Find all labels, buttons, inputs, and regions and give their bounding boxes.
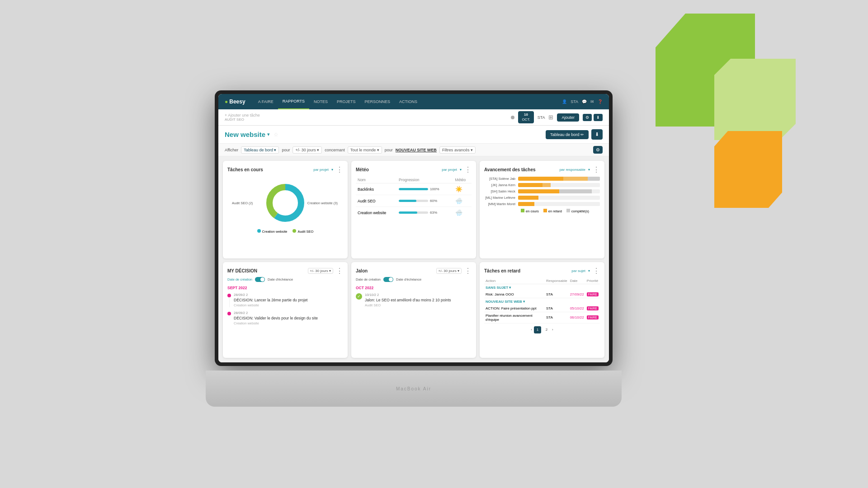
jalon-toggle-echeance-label: Date d'échéance: [396, 277, 421, 282]
nav-menu: A FAIRE RAPPORTS NOTES PROJETS PERSONNES…: [254, 94, 562, 109]
svg-point-2: [275, 192, 296, 213]
gantt-row-5: [MM] Martin Morel: [484, 202, 600, 206]
toolbar-action-icons: ⚙ ⬇: [583, 114, 603, 121]
retard-card-title: Tâches en retard: [484, 268, 520, 273]
tasks-card: Tâches en cours par projet ▾ ⋮ Audit SEO…: [223, 161, 348, 258]
jalon-card-title: Jalon: [356, 268, 368, 273]
filter-who-select[interactable]: Tout le monde ▾: [348, 146, 382, 154]
retard-row-3: Planifier réunion avancement d'équipe ST…: [484, 312, 600, 323]
app-logo: ●Beesy: [225, 99, 245, 105]
mail-icon: ✉: [590, 99, 594, 104]
avancement-card-title: Avancement des tâches: [484, 167, 536, 172]
page-star[interactable]: ☆: [274, 131, 278, 138]
tasks-menu-icon[interactable]: ⋮: [336, 165, 343, 174]
retard-row-2: ACTION: Faire présentation ppt STA 05/10…: [484, 305, 600, 312]
dashboard-button[interactable]: Tableau de bord ✏: [546, 130, 589, 139]
nav-item-notes[interactable]: NOTES: [309, 94, 332, 109]
filter-period-select[interactable]: +/- 30 jours ▾: [292, 146, 322, 154]
filter-pour-label: pour: [282, 148, 290, 152]
donut-audit-label: Audit SEO (2): [232, 201, 253, 205]
decision-item-1: 28/09/2 2 DÉCISION: Lancer la 2ème parti…: [227, 293, 343, 307]
nav-item-afaire[interactable]: A FAIRE: [254, 94, 278, 109]
meteo-row-auditseo: Audit SEO 60%: [356, 195, 472, 207]
decision-toggle-creation-label: Date de création: [227, 277, 252, 282]
jalon-period-select[interactable]: +/- 30 jours ▾: [436, 268, 462, 274]
page-header: New website ▾ ☆ Tableau de bord ✏ ⬇: [218, 126, 609, 144]
filter-pour2-label: pour: [385, 148, 393, 152]
meteo-row-backlinks: Backlinks 100%: [356, 183, 472, 195]
meteo-card-title: Météo: [356, 167, 369, 172]
user-badge: STA: [538, 115, 545, 120]
jalon-menu-icon[interactable]: ⋮: [464, 267, 472, 275]
help-icon: ❓: [598, 99, 603, 104]
chat-icon: 💬: [582, 99, 587, 104]
avancement-filter-arrow[interactable]: ▾: [588, 168, 590, 172]
meteo-row-creation: Creation website 63%: [356, 207, 472, 219]
gantt-row-4: [ML] Marine Lefèvre: [484, 196, 600, 200]
decision-card: MY DÉCISION +/- 30 jours ▾ ⋮ Date de cré…: [223, 262, 348, 358]
pagination-page-2[interactable]: 2: [543, 326, 550, 333]
meteo-filter-arrow[interactable]: ▾: [460, 168, 462, 172]
nav-item-actions[interactable]: ACTIONS: [395, 94, 422, 109]
nav-item-personnes[interactable]: PERSONNES: [360, 94, 395, 109]
jalon-month: OCT 2022: [356, 286, 472, 290]
pagination-prev[interactable]: ‹: [531, 328, 532, 332]
grid-icon: ⊞: [548, 114, 553, 121]
jalon-toggle[interactable]: [383, 277, 393, 282]
pagination-page-1[interactable]: 1: [534, 326, 541, 333]
tasks-card-title: Tâches en cours: [227, 167, 263, 172]
decision-item-2: 28/09/2 2 DÉCISION: Valider le devis pou…: [227, 311, 343, 325]
filter-gear[interactable]: ⚙: [593, 146, 603, 154]
page-header-right: Tableau de bord ✏ ⬇: [546, 129, 603, 140]
page-title-arrow[interactable]: ▾: [267, 131, 270, 137]
retard-filter-link[interactable]: par sujet: [571, 269, 585, 273]
add-button[interactable]: Ajouter: [557, 113, 579, 122]
navbar: ●Beesy A FAIRE RAPPORTS NOTES PROJETS PE…: [218, 94, 609, 109]
filter-afficher-select[interactable]: Tableau de bord ▾: [241, 146, 279, 154]
toolbar: + Ajouter une tâche AUDIT SEO 10 OCT. ST…: [218, 109, 609, 126]
nav-user-area: 👤 STA 💬 ✉ ❓: [562, 99, 603, 104]
donut-creation-label: Creation website (3): [307, 201, 338, 205]
decision-toggle[interactable]: [255, 277, 265, 282]
laptop-brand: MacBook Air: [396, 386, 431, 391]
date-badge: 10 OCT.: [518, 111, 533, 123]
add-task-placeholder: + Ajouter une tâche AUDIT SEO: [225, 113, 507, 122]
retard-card: Tâches en retard par sujet ▾ ⋮ Action: [480, 262, 604, 358]
retard-menu-icon[interactable]: ⋮: [593, 267, 600, 275]
nav-item-rapports[interactable]: RAPPORTS: [278, 94, 309, 109]
retard-row-1: Risk: Janna OOO STA 27/09/22 FAIRE: [484, 291, 600, 298]
page-title: New website: [225, 131, 265, 138]
filter-advanced[interactable]: Filtres avancés ▾: [439, 146, 476, 154]
decision-toggle-echeance-label: Date d'échéance: [268, 277, 293, 282]
avancement-filter-link[interactable]: par responsable: [560, 168, 585, 172]
donut-legend: Creation website Audit SEO: [227, 229, 343, 234]
sans-sujet-header: SANS SUJET ▾: [484, 284, 600, 291]
tasks-filter-link[interactable]: par projet: [313, 168, 329, 172]
meteo-table: Nom Progression Météo Backlinks: [356, 177, 472, 218]
jalon-toggle-creation-label: Date de création: [356, 277, 381, 282]
jalon-item-1: ✓ 10/10/2 2 Jalon: Le SEO est amélioré d…: [356, 293, 472, 307]
meteo-menu-icon[interactable]: ⋮: [464, 165, 472, 174]
decision-menu-icon[interactable]: ⋮: [336, 267, 343, 275]
filter-concernant-label: concernant: [325, 148, 345, 152]
meteo-filter-link[interactable]: par projet: [442, 168, 457, 172]
filter-project-label: NOUVEAU SITE WEB: [396, 148, 437, 152]
tasks-filter-arrow[interactable]: ▾: [331, 168, 333, 172]
filter-bar: Afficher Tableau de bord ▾ pour +/- 30 j…: [218, 144, 609, 156]
avancement-card: Avancement des tâches par responsable ▾ …: [480, 161, 604, 258]
gantt-row-3: [SH] Salim Heck: [484, 189, 600, 193]
download-button[interactable]: ⬇: [591, 129, 603, 140]
pagination: ‹ 1 2 ›: [484, 326, 600, 333]
dashboard-grid: Tâches en cours par projet ▾ ⋮ Audit SEO…: [218, 156, 609, 362]
nav-item-projets[interactable]: PROJETS: [332, 94, 360, 109]
donut-chart: [263, 180, 308, 225]
gantt-row-1: [STA] Solène Jab: [484, 177, 600, 181]
gantt-legend: en cours en retard complété(s): [484, 209, 600, 213]
avancement-menu-icon[interactable]: ⋮: [593, 165, 600, 174]
meteo-card: Météo par projet ▾ ⋮ Nom Pro: [351, 161, 476, 258]
pagination-next[interactable]: ›: [552, 328, 553, 332]
retard-filter-arrow[interactable]: ▾: [588, 269, 590, 273]
jalon-card: Jalon +/- 30 jours ▾ ⋮ Date de création: [351, 262, 476, 358]
retard-table: Action Responsable Date Priorité: [484, 278, 600, 324]
decision-period-select[interactable]: +/- 30 jours ▾: [308, 268, 333, 274]
